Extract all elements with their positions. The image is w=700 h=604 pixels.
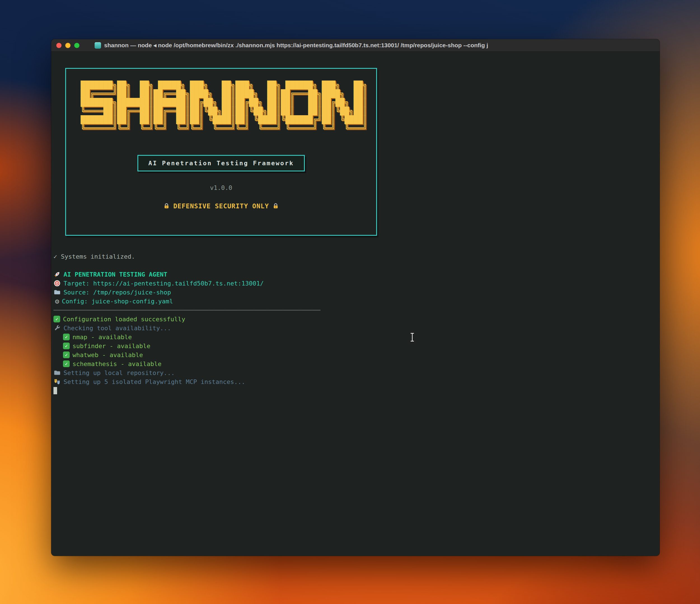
- titlebar-title-area: shannon — node ◂ node /opt/homebrew/bin/…: [95, 42, 655, 49]
- prompt-line: [53, 386, 657, 395]
- gear-icon: [53, 297, 61, 305]
- config-loaded-text: Configuration loaded successfully: [63, 316, 185, 323]
- tool-whatweb-text: whatweb - available: [73, 351, 143, 359]
- log-line-tool-nmap: nmap - available: [53, 333, 657, 341]
- log-line-tool-whatweb: whatweb - available: [53, 350, 657, 359]
- check-badge-icon: [63, 343, 70, 349]
- tool-schemathesis-text: schemathesis - available: [73, 361, 161, 367]
- log-line-agent-header: AI PENETRATION TESTING AGENT: [53, 270, 657, 279]
- rocket-icon: [53, 271, 61, 278]
- divider-text: ────────────────────────────────────────…: [53, 307, 321, 314]
- log-line-config: Config: juice-shop-config.yaml: [53, 297, 657, 306]
- folder-icon: [53, 289, 61, 296]
- security-notice-text: DEFENSIVE SECURITY ONLY: [173, 203, 269, 210]
- terminal-window: shannon — node ◂ node /opt/homebrew/bin/…: [51, 39, 660, 556]
- repo-setup-text: Setting up local repository...: [64, 369, 175, 376]
- target-icon: [53, 280, 61, 287]
- security-notice: DEFENSIVE SECURITY ONLY: [66, 203, 376, 210]
- systems-initialized-text: ✓ Systems initialized.: [53, 253, 135, 260]
- banner-box: ███████╗██╗ ██╗ █████╗ ███╗ ██╗███╗ ██╗ …: [65, 68, 377, 236]
- log-line-playwright-setup: Setting up 5 isolated Playwright MCP ins…: [53, 377, 657, 386]
- check-badge-icon: [63, 351, 70, 358]
- window-title: shannon — node ◂ node /opt/homebrew/bin/…: [104, 42, 488, 49]
- log-divider: ────────────────────────────────────────…: [53, 306, 657, 315]
- folder-icon: [53, 369, 61, 376]
- lock-icon: [163, 203, 170, 209]
- version-label: v1.0.0: [66, 184, 376, 191]
- log-line-tool-schemathesis: schemathesis - available: [53, 359, 657, 368]
- terminal-content[interactable]: ███████╗██╗ ██╗ █████╗ ███╗ ██╗███╗ ██╗ …: [51, 52, 660, 556]
- close-button[interactable]: [56, 43, 61, 48]
- check-badge-icon: [53, 316, 60, 322]
- log-line-repo-setup: Setting up local repository...: [53, 368, 657, 377]
- framework-label: AI Penetration Testing Framework: [138, 155, 305, 172]
- log-line-target: Target: https://ai-pentesting.tailfd50b7…: [53, 279, 657, 288]
- desktop: { "window": { "titlebar": { "title": "sh…: [0, 0, 700, 604]
- terminal-cursor: [53, 387, 57, 394]
- log-line-systems-initialized: ✓ Systems initialized.: [53, 252, 657, 261]
- log-line-checking-tools: Checking tool availability...: [53, 323, 657, 333]
- window-titlebar[interactable]: shannon — node ◂ node /opt/homebrew/bin/…: [51, 39, 660, 52]
- tool-subfinder-text: subfinder - available: [73, 343, 150, 349]
- lock-icon: [272, 203, 279, 209]
- check-badge-icon: [63, 361, 70, 367]
- check-badge-icon: [63, 334, 70, 340]
- source-text: Source: /tmp/repos/juice-shop: [64, 289, 171, 296]
- traffic-lights: [56, 43, 79, 48]
- config-text: Config: juice-shop-config.yaml: [62, 298, 173, 305]
- wrench-icon: [53, 324, 61, 332]
- mouse-text-cursor: [409, 332, 415, 342]
- zoom-button[interactable]: [74, 43, 79, 48]
- log-line-tool-subfinder: subfinder - available: [53, 341, 657, 350]
- tool-nmap-text: nmap - available: [73, 334, 132, 341]
- checking-tools-text: Checking tool availability...: [64, 325, 171, 332]
- target-text: Target: https://ai-pentesting.tailfd50b7…: [64, 280, 264, 287]
- minimize-button[interactable]: [65, 43, 71, 48]
- playwright-setup-text: Setting up 5 isolated Playwright MCP ins…: [64, 378, 245, 385]
- log-line-source: Source: /tmp/repos/juice-shop: [53, 288, 657, 297]
- ascii-logo: ███████╗██╗ ██╗ █████╗ ███╗ ██╗███╗ ██╗ …: [81, 81, 376, 133]
- terminal-proxy-icon: [95, 42, 101, 49]
- log-line-config-loaded: Configuration loaded successfully: [53, 315, 657, 323]
- agent-header-text: AI PENETRATION TESTING AGENT: [64, 271, 167, 278]
- masks-icon: [53, 378, 61, 385]
